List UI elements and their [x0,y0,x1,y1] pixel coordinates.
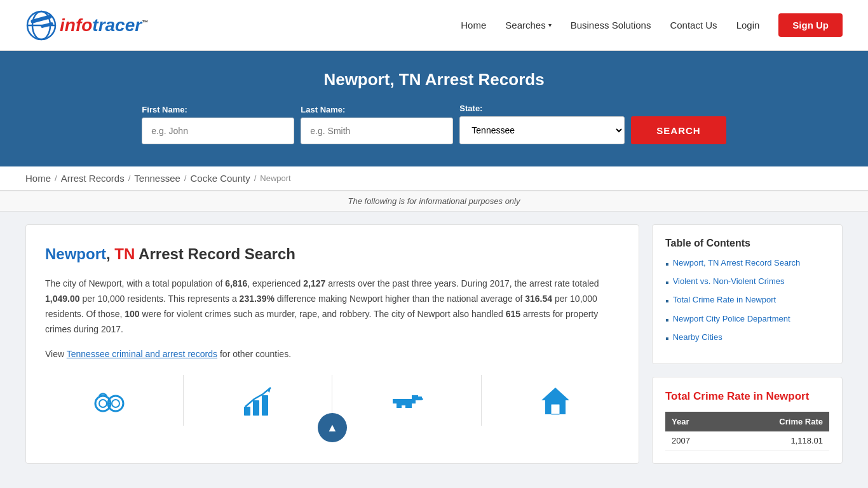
icon-divider-1 [183,375,184,426]
toc-bullet-1: ▪ [665,258,669,270]
breadcrumb-sep3: / [184,173,187,183]
breadcrumb: Home / Arrest Records / Tennessee / Cock… [25,173,843,184]
pct-diff-value: 231.39% [240,294,275,304]
toc-list: ▪ Newport, TN Arrest Record Search ▪ Vio… [665,258,829,344]
breadcrumb-sep4: / [254,173,257,183]
search-form: First Name: Last Name: State: Tennessee … [85,104,783,144]
toc-link-4[interactable]: Newport City Police Department [673,314,790,323]
toc-item-1: ▪ Newport, TN Arrest Record Search [665,258,829,270]
header: infotracer™ Home Searches ▾ Business Sol… [0,0,868,51]
breadcrumb-arrest-records[interactable]: Arrest Records [61,173,125,184]
breadcrumb-sep1: / [55,173,57,183]
toc-link-1[interactable]: Newport, TN Arrest Record Search [673,258,801,268]
breadcrumb-newport: Newport [260,173,290,183]
first-name-input[interactable] [142,118,294,144]
col-rate: Crime Rate [724,412,829,431]
logo: infotracer™ [25,10,148,41]
svg-rect-4 [41,22,54,28]
toc-bullet-4: ▪ [665,314,669,326]
svg-rect-11 [253,400,259,416]
tennessee-records-link[interactable]: Tennessee criminal and arrest records [67,349,217,359]
article-title: Newport, TN Arrest Record Search [45,244,620,264]
hero-section: Newport, TN Arrest Records First Name: L… [0,51,868,166]
col-year: Year [665,412,724,431]
toc-bullet-5: ▪ [665,332,669,344]
last-name-input[interactable] [301,118,453,144]
rate-cell: 1,118.01 [724,431,829,451]
breadcrumb-home[interactable]: Home [25,173,51,184]
nav-searches[interactable]: Searches ▾ [505,20,551,30]
main-content: Newport, TN Arrest Record Search The cit… [0,212,868,477]
table-row: 2007 1,118.01 [665,431,829,451]
logo-text: infotracer™ [60,15,148,36]
toc-bullet-3: ▪ [665,295,669,307]
violent-value: 100 [125,309,139,319]
toc-link-2[interactable]: Violent vs. Non-Violent Crimes [673,276,785,286]
right-sidebar: Table of Contents ▪ Newport, TN Arrest R… [652,224,843,464]
crime-box: Total Crime Rate in Newport Year Crime R… [652,377,843,464]
population-value: 6,816 [225,278,247,288]
chart-icon [239,381,277,419]
first-name-label: First Name: [142,105,294,114]
chart-icon-cell [204,375,312,426]
house-icon [536,381,574,419]
chevron-down-icon: ▾ [548,22,552,29]
svg-point-9 [112,400,119,407]
chevron-up-icon: ▲ [327,421,338,435]
breadcrumb-cocke-county[interactable]: Cocke County [190,173,250,184]
search-button[interactable]: SEARCH [631,116,726,144]
svg-rect-10 [244,407,250,416]
signup-button[interactable]: Sign Up [778,13,843,37]
scroll-to-top-button[interactable]: ▲ [318,413,347,442]
toc-item-2: ▪ Violent vs. Non-Violent Crimes [665,276,829,288]
toc-item-5: ▪ Nearby Cities [665,332,829,344]
toc-box: Table of Contents ▪ Newport, TN Arrest R… [652,224,843,364]
toc-link-5[interactable]: Nearby Cities [673,332,722,342]
handcuffs-icon-cell [55,375,163,426]
logo-icon [25,10,57,41]
gun-icon [388,381,426,419]
hero-title: Newport, TN Arrest Records [25,70,843,90]
property-value: 615 [506,309,520,319]
house-icon-cell [501,375,609,426]
year-cell: 2007 [665,431,724,451]
crime-table: Year Crime Rate 2007 1,118.01 [665,412,829,451]
first-name-group: First Name: [142,105,294,144]
article-body: The city of Newport, with a total popula… [45,276,620,337]
toc-item-4: ▪ Newport City Police Department [665,314,829,326]
last-name-group: Last Name: [301,105,453,144]
gun-icon-cell [353,375,461,426]
state-label: State: [459,104,625,113]
nav-business-solutions[interactable]: Business Solutions [571,20,651,30]
toc-bullet-2: ▪ [665,276,669,288]
arrests-value: 2,127 [303,278,325,288]
toc-title: Table of Contents [665,238,829,249]
main-nav: Home Searches ▾ Business Solutions Conta… [461,13,843,37]
nav-home[interactable]: Home [461,20,486,30]
svg-point-8 [99,400,107,407]
last-name-label: Last Name: [301,105,453,114]
svg-rect-12 [262,395,268,416]
breadcrumb-tennessee[interactable]: Tennessee [134,173,180,184]
state-select[interactable]: Tennessee [459,116,625,144]
breadcrumb-sep2: / [128,173,131,183]
toc-item-3: ▪ Total Crime Rate in Newport [665,295,829,307]
handcuffs-icon [90,381,128,419]
state-group: State: Tennessee [459,104,625,144]
breadcrumb-bar: Home / Arrest Records / Tennessee / Cock… [0,166,868,191]
icon-divider-3 [481,375,482,426]
info-bar: The following is for informational purpo… [0,191,868,212]
svg-rect-17 [551,404,560,414]
toc-link-3[interactable]: Total Crime Rate in Newport [673,295,776,304]
nav-login[interactable]: Login [736,20,760,30]
arrest-rate-value: 1,049.00 [45,294,80,304]
article-section: Newport, TN Arrest Record Search The cit… [25,224,639,464]
nav-contact-us[interactable]: Contact Us [670,20,717,30]
national-avg-value: 316.54 [525,294,552,304]
crime-box-title: Total Crime Rate in Newport [665,390,829,403]
article-link-paragraph: View Tennessee criminal and arrest recor… [45,347,620,362]
